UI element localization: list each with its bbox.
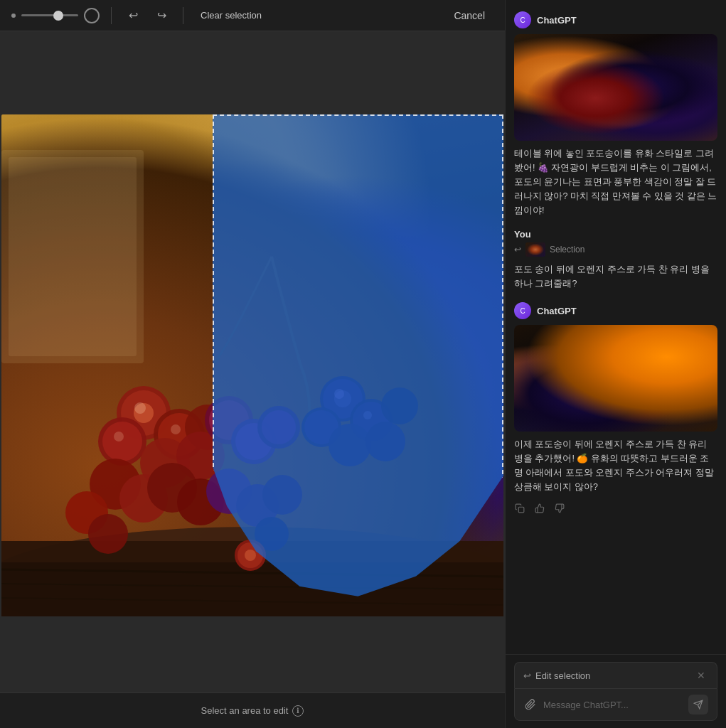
copy-icon[interactable]: [514, 503, 525, 514]
sender-name-3: ChatGPT: [537, 306, 577, 316]
toolbar-divider-1: [111, 7, 112, 24]
chatgpt-avatar-2: C: [514, 302, 531, 319]
select-area-hint: Select an area to edit ℹ: [201, 705, 304, 717]
message-input-row: [514, 688, 717, 721]
cancel-button[interactable]: Cancel: [445, 7, 493, 24]
svg-point-49: [114, 432, 124, 441]
user-message: You ↩ Selection 포도 송이 뒤에 오렌지 주스로 가득 찬 유리…: [514, 229, 717, 291]
chat-messages-list[interactable]: C ChatGPT 테이블 위에 놓인 포도송이를 유화 스타일로 그려봤어! …: [506, 0, 726, 654]
svg-point-42: [88, 514, 128, 554]
svg-point-24: [102, 422, 142, 461]
message-header-3: C ChatGPT: [514, 302, 717, 319]
editor-canvas-area[interactable]: [0, 31, 505, 692]
svg-rect-52: [518, 507, 524, 513]
selection-ref-label: Selection: [550, 245, 584, 255]
clear-selection-button[interactable]: Clear selection: [195, 7, 267, 23]
close-edit-selection-button[interactable]: ✕: [694, 668, 708, 682]
edit-selection-text: Edit selection: [535, 670, 590, 681]
chat-panel: C ChatGPT 테이블 위에 놓인 포도송이를 유화 스타일로 그려봤어! …: [505, 0, 726, 728]
selection-reference: ↩ Selection: [514, 242, 717, 257]
brush-size-control: [11, 8, 100, 23]
reply-icon: ↩: [514, 245, 521, 255]
grape-clusters-svg: [1, 114, 503, 616]
brush-size-max-icon: [84, 8, 100, 23]
svg-point-51: [363, 411, 372, 419]
brush-slider[interactable]: [21, 14, 78, 16]
svg-point-33: [262, 410, 296, 444]
sender-name: ChatGPT: [537, 15, 577, 26]
svg-point-16: [381, 387, 418, 424]
brush-size-min-icon: [11, 14, 16, 18]
hint-info-icon: ℹ: [292, 705, 304, 717]
send-button[interactable]: [688, 695, 708, 714]
svg-rect-1: [9, 157, 137, 356]
svg-point-48: [171, 424, 181, 434]
svg-point-50: [334, 389, 344, 399]
edit-selection-label: ↩ Edit selection: [523, 670, 590, 681]
attach-button[interactable]: [523, 697, 538, 712]
message-input[interactable]: [543, 700, 683, 710]
svg-point-47: [134, 402, 146, 414]
editor-bottom-bar: Select an area to edit ℹ: [0, 692, 505, 728]
canvas-image-container[interactable]: [1, 114, 503, 616]
message-text-2: 포도 송이 뒤에 오렌지 주스로 가득 찬 유리 병을 하나 그려줄래?: [514, 262, 717, 291]
brush-slider-thumb[interactable]: [53, 11, 63, 21]
edit-selection-bar: ↩ Edit selection ✕: [514, 662, 717, 688]
chatgpt-avatar: C: [514, 11, 531, 28]
grapes-image-1: [514, 34, 717, 141]
redo-button[interactable]: ↪: [151, 6, 171, 26]
message-text-3: 이제 포도송이 뒤에 오렌지 주스로 가득 찬 유리 병을 추가했어! 🍊 유화…: [514, 437, 717, 494]
svg-point-17: [365, 422, 405, 461]
editor-toolbar: ↩ ↪ Clear selection Cancel: [0, 0, 505, 31]
thumbs-up-icon[interactable]: [534, 503, 545, 514]
message-actions: [514, 503, 717, 514]
thumbs-down-icon[interactable]: [554, 503, 565, 514]
message-image-2: [514, 325, 717, 432]
chat-input-area: ↩ Edit selection ✕: [506, 654, 726, 728]
user-sender: You: [514, 229, 717, 240]
message-item-3: C ChatGPT 이제 포도송이 뒤에 오렌지 주스로 가득 찬 유리 병을 …: [514, 302, 717, 514]
svg-point-15: [329, 424, 371, 466]
undo-button[interactable]: ↩: [123, 6, 143, 26]
edit-selection-icon: ↩: [523, 670, 531, 681]
svg-point-40: [262, 475, 302, 515]
message-text-1: 테이블 위에 놓인 포도송이를 유화 스타일로 그려봤어! 🍇 자연광이 부드럽…: [514, 146, 717, 218]
editor-panel: ↩ ↪ Clear selection Cancel: [0, 0, 505, 728]
message-image-1: [514, 34, 717, 141]
selection-thumbnail: [525, 242, 545, 257]
message-header: C ChatGPT: [514, 11, 717, 28]
message-item: C ChatGPT 테이블 위에 놓인 포도송이를 유화 스타일로 그려봤어! …: [514, 11, 717, 218]
toolbar-divider-2: [183, 7, 183, 24]
svg-point-46: [245, 550, 256, 561]
grapes-orange-bottle-image: [514, 325, 717, 432]
hint-text: Select an area to edit: [201, 705, 289, 716]
